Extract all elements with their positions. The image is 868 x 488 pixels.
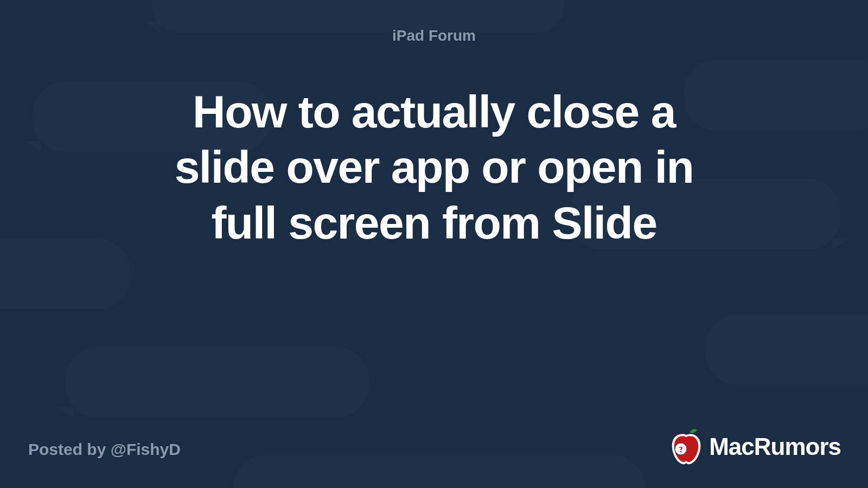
posted-by: Posted by @FishyD: [28, 440, 181, 459]
forum-category: iPad Forum: [0, 27, 868, 44]
apple-bite-icon: [670, 428, 703, 465]
thread-title: How to actually close a slide over app o…: [174, 84, 694, 251]
site-logo: MacRumors: [670, 428, 841, 465]
svg-point-2: [680, 451, 682, 453]
brand-name: MacRumors: [709, 433, 841, 460]
